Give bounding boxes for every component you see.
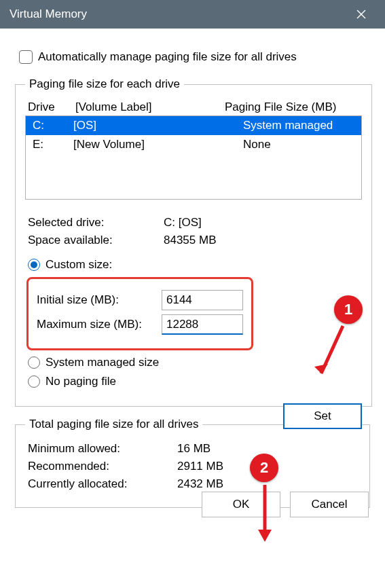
drive-list[interactable]: C: [OS] System managed E: [New Volume] N… — [25, 115, 362, 200]
titlebar: Virtual Memory — [0, 0, 385, 29]
initial-size-input[interactable] — [162, 290, 243, 310]
cancel-button[interactable]: Cancel — [290, 492, 369, 517]
header-drive: Drive — [28, 100, 75, 114]
close-button[interactable] — [347, 0, 375, 29]
recommended-value: 2911 MB — [177, 460, 223, 473]
paging-file-group: Paging file size for each drive Drive [V… — [15, 77, 372, 407]
recommended-label: Recommended: — [28, 460, 177, 473]
set-button[interactable]: Set — [283, 403, 362, 429]
currently-allocated-value: 2432 MB — [177, 477, 223, 491]
header-volume: [Volume Label] — [75, 100, 225, 114]
radio-custom-size[interactable] — [28, 259, 40, 271]
ok-button[interactable]: OK — [202, 492, 280, 517]
min-allowed-value: 16 MB — [177, 442, 210, 456]
drive-list-header: Drive [Volume Label] Paging File Size (M… — [28, 100, 359, 114]
radio-custom-label: Custom size: — [45, 258, 112, 272]
radio-system-managed[interactable] — [28, 356, 40, 369]
header-pfs: Paging File Size (MB) — [225, 100, 359, 114]
space-available-label: Space available: — [28, 234, 164, 247]
maximum-size-input[interactable] — [162, 314, 243, 335]
space-available-value: 84355 MB — [164, 234, 217, 247]
radio-no-paging-label: No paging file — [45, 375, 116, 388]
close-icon — [356, 9, 367, 20]
auto-manage-checkbox[interactable] — [19, 50, 33, 64]
totals-legend: Total paging file size for all drives — [25, 418, 202, 431]
drive-row-e[interactable]: E: [New Volume] None — [26, 135, 361, 154]
drive-row-c[interactable]: C: [OS] System managed — [26, 116, 361, 135]
initial-size-label: Initial size (MB): — [37, 293, 162, 307]
selected-drive-value: C: [OS] — [164, 216, 202, 229]
paging-file-legend: Paging file size for each drive — [25, 77, 184, 91]
annotation-badge-2: 2 — [250, 454, 278, 482]
auto-manage-label: Automatically manage paging file size fo… — [38, 50, 297, 64]
currently-allocated-label: Currently allocated: — [28, 477, 177, 491]
maximum-size-label: Maximum size (MB): — [37, 318, 162, 331]
selected-drive-label: Selected drive: — [28, 216, 164, 229]
min-allowed-label: Minimum allowed: — [28, 442, 177, 456]
custom-size-highlight: Initial size (MB): Maximum size (MB): — [26, 277, 253, 350]
radio-no-paging[interactable] — [28, 375, 40, 388]
window-title: Virtual Memory — [10, 7, 87, 21]
annotation-badge-1: 1 — [334, 295, 363, 324]
radio-system-managed-label: System managed size — [45, 356, 159, 369]
